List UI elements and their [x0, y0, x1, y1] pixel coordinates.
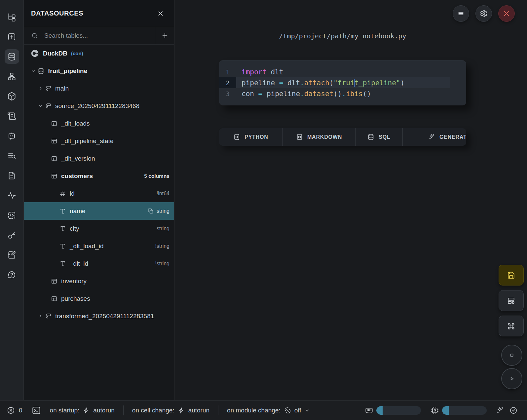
rail-item-functions[interactable] — [5, 29, 19, 44]
setting-on-cell-change[interactable]: on cell change:autorun — [132, 407, 209, 414]
setting-on-startup[interactable]: on startup:autorun — [50, 407, 115, 414]
table-icon — [51, 120, 57, 127]
tree-row-_dlt_loads[interactable]: _dlt_loads — [24, 115, 174, 132]
schema-tree: fruit_pipelinemainsource_202504291112283… — [24, 62, 174, 325]
code-token: . — [300, 79, 304, 87]
tree-row-_dlt_pipeline_state[interactable]: _dlt_pipeline_state — [24, 132, 174, 150]
rail-item-packages[interactable] — [5, 89, 19, 103]
add-datasource-button[interactable] — [155, 27, 174, 44]
tree-label: fruit_pipeline — [48, 67, 87, 75]
line-number: 3 — [219, 88, 236, 99]
tree-label: source_202504291112283468 — [55, 102, 139, 110]
chevron-down-icon — [30, 68, 36, 74]
rail-item-snippets[interactable] — [5, 208, 19, 222]
error-indicator[interactable]: 0 — [7, 406, 22, 415]
panel-title: DATASOURCES — [31, 10, 83, 17]
tree-label: city — [70, 225, 79, 232]
tree-row-source_202504291112283468[interactable]: source_202504291112283468 — [24, 97, 174, 115]
code-token: . — [342, 90, 346, 98]
code-line-2[interactable]: 2pipeline = dlt.attach("fruit_pipeline") — [219, 77, 450, 88]
chevron-right-icon — [38, 313, 43, 319]
tree-label: purchases — [61, 295, 90, 302]
sparkles-icon[interactable] — [496, 406, 504, 415]
tree-row-main[interactable]: main — [24, 80, 174, 97]
rail-item-find[interactable] — [5, 148, 19, 163]
close-app-button[interactable] — [498, 5, 515, 22]
rail-item-help[interactable] — [5, 267, 19, 282]
connection-row[interactable]: DuckDB (con) — [24, 45, 174, 62]
rail-item-tracing[interactable] — [5, 188, 19, 203]
rail-item-datasources[interactable] — [5, 49, 19, 64]
code-line-1[interactable]: 1import dlt — [219, 66, 450, 77]
code-token: ibis — [346, 90, 363, 98]
tree-row-_dlt_id[interactable]: _dlt_id!string — [24, 255, 174, 272]
setting-on-module-change[interactable]: on module change:off — [227, 407, 310, 414]
database-icon — [38, 68, 44, 74]
keyboard-shortcuts-button[interactable] — [499, 316, 524, 336]
circle-help-icon — [7, 270, 16, 279]
rail-item-secrets[interactable] — [5, 228, 19, 242]
save-button[interactable] — [499, 265, 524, 286]
terminal-button[interactable] — [31, 405, 41, 415]
tree-row-_dlt_version[interactable]: _dlt_version — [24, 150, 174, 167]
tree-row-name[interactable]: namestring — [24, 202, 174, 220]
code-token: ( — [329, 79, 334, 87]
rail-item-documentation[interactable] — [5, 168, 19, 183]
rail-item-chat[interactable] — [5, 129, 19, 143]
run-button[interactable] — [501, 368, 522, 389]
cpu-meter — [442, 406, 487, 415]
rail-item-scratchpad[interactable] — [5, 248, 19, 262]
circle-check-icon[interactable] — [509, 406, 518, 415]
error-count: 0 — [19, 407, 22, 414]
close-icon — [157, 10, 164, 17]
tree-row-transformed_202504291112283581[interactable]: transformed_202504291112283581 — [24, 307, 174, 325]
divider — [123, 405, 124, 415]
settings-icon — [480, 10, 488, 18]
tree-row-fruit_pipeline[interactable]: fruit_pipeline — [24, 62, 174, 80]
square-function-icon — [7, 32, 16, 41]
tree-row-_dlt_load_id[interactable]: _dlt_load_id!string — [24, 237, 174, 255]
tree-row-customers[interactable]: customers5 columns — [24, 167, 174, 185]
code-token: pipeline — [262, 90, 300, 98]
code-token: ) — [400, 79, 405, 87]
cpu-icon — [431, 406, 439, 415]
database-icon — [367, 134, 374, 140]
rail-item-file-tree[interactable] — [5, 10, 19, 24]
search-input[interactable] — [44, 32, 155, 40]
memory-meter-fill — [376, 406, 383, 415]
code-token: () — [333, 90, 342, 98]
add-cell-generate-wit-button[interactable]: GENERATE WIT — [402, 128, 466, 146]
stop-button[interactable] — [501, 345, 522, 366]
action-label: PYTHON — [245, 134, 268, 140]
tree-row-purchases[interactable]: purchases — [24, 290, 174, 307]
settings-button[interactable] — [475, 5, 492, 22]
menu-button[interactable] — [453, 5, 469, 22]
code-token: = — [279, 79, 283, 87]
rail-item-logs[interactable] — [5, 109, 19, 123]
tree-row-inventory[interactable]: inventory — [24, 272, 174, 290]
tree-label: transformed_202504291112283581 — [55, 313, 154, 320]
tree-row-city[interactable]: citystring — [24, 220, 174, 237]
activity-rail — [0, 0, 23, 400]
add-cell-python-button[interactable]: PYTHON — [219, 128, 282, 146]
layout-icon — [507, 296, 515, 305]
line-number: 1 — [219, 66, 236, 77]
layout-button[interactable] — [499, 290, 524, 311]
tree-row-id[interactable]: id!int64 — [24, 185, 174, 202]
rail-item-dependencies[interactable] — [5, 69, 19, 84]
line-number: 2 — [219, 77, 236, 88]
add-cell-markdown-button[interactable]: MARKDOWN — [282, 128, 355, 146]
table-icon — [51, 173, 57, 179]
schema-icon — [45, 103, 52, 109]
notebook-canvas: /tmp/project/path/my_notebook.py 1import… — [174, 0, 527, 400]
add-cell-sql-button[interactable]: SQL — [355, 128, 402, 146]
panel-close-button[interactable] — [157, 10, 164, 17]
code-cell[interactable]: 1import dlt2pipeline = dlt.attach("fruit… — [219, 60, 466, 105]
code-line-3[interactable]: 3con = pipeline.dataset().ibis() — [219, 88, 450, 99]
setting-value: autorun — [188, 407, 209, 414]
timer-off-icon — [284, 407, 291, 414]
terminal-icon — [31, 405, 41, 415]
circle-x-icon — [7, 406, 15, 415]
search-icon — [31, 32, 38, 39]
schema-icon — [45, 313, 52, 320]
